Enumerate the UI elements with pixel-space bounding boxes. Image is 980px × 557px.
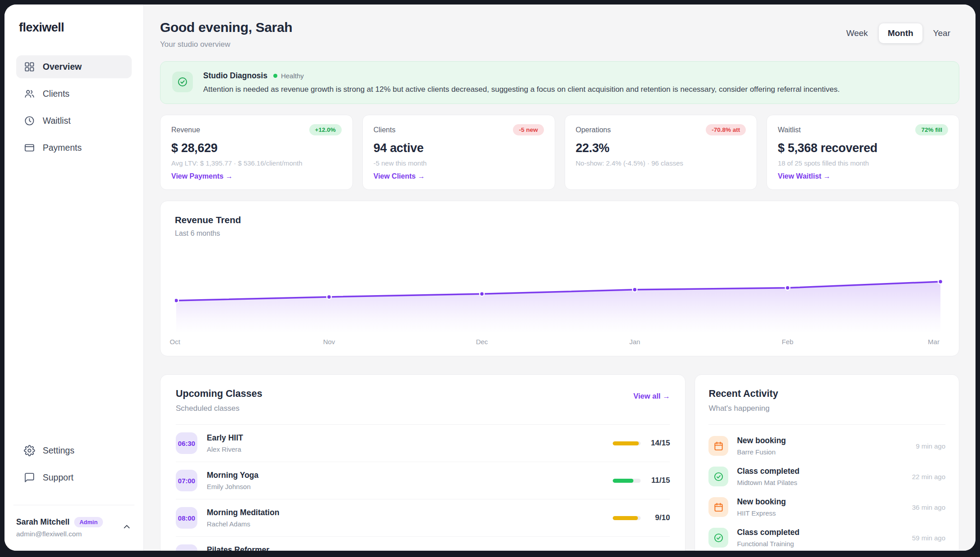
stat-card-header: Waitlist72% fill xyxy=(778,124,948,135)
page-title: Good evening, Sarah xyxy=(160,20,292,35)
class-row[interactable]: 08:00Morning MeditationRachel Adams9/10 xyxy=(176,499,670,537)
gear-icon xyxy=(24,445,35,456)
class-time-badge: 08:00 xyxy=(176,507,197,529)
stat-link[interactable]: View Payments → xyxy=(171,172,233,180)
upcoming-classes-card: Upcoming Classes Scheduled classes View … xyxy=(160,374,686,551)
sidebar-item-label: Overview xyxy=(43,62,82,72)
activity-time: 9 min ago xyxy=(909,442,945,450)
stat-label: Clients xyxy=(374,126,396,134)
sidebar-item-label: Settings xyxy=(43,445,74,456)
stat-link[interactable]: View Waitlist → xyxy=(778,172,830,180)
activity-content: New bookingHIIT Express xyxy=(737,497,786,517)
diagnosis-status: Healthy xyxy=(281,72,304,80)
sidebar-item-label: Clients xyxy=(43,89,70,99)
stat-value: $ 28,629 xyxy=(171,141,342,155)
sidebar-item-settings[interactable]: Settings xyxy=(16,439,132,462)
capacity-bar-fill xyxy=(613,479,633,483)
upcoming-classes-subtitle: Scheduled classes xyxy=(176,404,262,413)
class-info: Morning YogaEmily Johnson xyxy=(207,471,258,490)
stat-card-header: Operations-70.8% att xyxy=(576,124,746,135)
period-week[interactable]: Week xyxy=(837,23,877,43)
class-name: Morning Meditation xyxy=(207,508,279,517)
class-time-badge: 09:00 xyxy=(176,544,197,551)
class-capacity: 11/15 xyxy=(613,476,670,485)
stat-value: 94 active xyxy=(374,141,544,155)
activity-title: New booking xyxy=(737,436,786,445)
user-menu[interactable]: Sarah Mitchell Admin admin@flexiwell.com xyxy=(16,505,132,538)
activity-title: New booking xyxy=(737,497,786,507)
capacity-count: 9/10 xyxy=(647,513,670,522)
user-meta: Sarah Mitchell Admin admin@flexiwell.com xyxy=(16,517,103,538)
revenue-trend-svg xyxy=(175,250,944,333)
sidebar-item-label: Payments xyxy=(43,143,82,153)
chart-x-labels: OctNovDecJanFebMar xyxy=(175,335,944,348)
activity-item: New bookingBarre Fusion9 min ago xyxy=(708,431,945,461)
activity-content: Class completedFunctional Training xyxy=(737,528,799,548)
view-all-link[interactable]: View all → xyxy=(633,392,670,400)
sidebar-item-support[interactable]: Support xyxy=(16,466,132,489)
class-instructor: Emily Johnson xyxy=(207,483,258,490)
user-email: admin@flexiwell.com xyxy=(16,530,103,538)
chart-x-label: Dec xyxy=(476,338,488,346)
app-logo: flexiwell xyxy=(19,21,132,35)
stat-card-header: Clients-5 new xyxy=(374,124,544,135)
period-month[interactable]: Month xyxy=(879,23,922,43)
chart-title: Revenue Trend xyxy=(175,215,944,225)
diagnosis-title: Studio Diagnosis xyxy=(203,71,267,81)
sidebar-item-label: Waitlist xyxy=(43,116,71,126)
capacity-bar-fill xyxy=(613,516,638,520)
activity-detail: Barre Fusion xyxy=(737,448,786,456)
stat-subtext: -5 new this month xyxy=(374,159,544,167)
upcoming-classes-title: Upcoming Classes xyxy=(176,388,262,400)
stat-badge: +12.0% xyxy=(309,124,342,135)
stat-value: 22.3% xyxy=(576,141,746,155)
class-instructor: Alex Rivera xyxy=(207,445,243,453)
class-name: Early HIIT xyxy=(207,433,243,443)
stat-card-revenue: Revenue+12.0%$ 28,629Avg LTV: $ 1,395.77… xyxy=(160,115,353,190)
grid-icon xyxy=(24,61,35,72)
stat-link[interactable]: View Clients → xyxy=(374,172,425,180)
recent-activity-title: Recent Activity xyxy=(708,388,778,400)
class-row[interactable]: 07:00Morning YogaEmily Johnson11/15 xyxy=(176,462,670,499)
stat-subtext: No-show: 2.4% (-4.5%) · 96 classes xyxy=(576,159,746,167)
class-capacity: 14/15 xyxy=(613,439,670,448)
activity-item: Class completedFunctional Training59 min… xyxy=(708,522,945,551)
chat-icon xyxy=(24,472,35,483)
chart-x-label: Mar xyxy=(928,338,940,346)
chart-x-label: Nov xyxy=(323,338,335,346)
sidebar: flexiwell OverviewClientsWaitlistPayment… xyxy=(4,4,144,551)
stat-card-clients: Clients-5 new94 active-5 new this monthV… xyxy=(362,115,555,190)
sidebar-item-overview[interactable]: Overview xyxy=(16,55,132,78)
chevron-up-icon[interactable] xyxy=(122,522,132,534)
stat-badge: -70.8% att xyxy=(706,124,746,135)
activity-time: 22 min ago xyxy=(906,473,945,481)
capacity-count: 11/15 xyxy=(647,476,670,485)
stat-label: Operations xyxy=(576,126,611,134)
activity-title: Class completed xyxy=(737,528,799,537)
sidebar-item-payments[interactable]: Payments xyxy=(16,136,132,159)
activity-title: Class completed xyxy=(737,467,799,476)
capacity-bar-fill xyxy=(613,441,639,445)
class-row[interactable]: 06:30Early HIITAlex Rivera14/15 xyxy=(176,425,670,462)
chart-x-label: Feb xyxy=(782,338,793,346)
activity-item: Class completedMidtown Mat Pilates22 min… xyxy=(708,461,945,492)
activity-content: New bookingBarre Fusion xyxy=(737,436,786,456)
sidebar-item-waitlist[interactable]: Waitlist xyxy=(16,109,132,132)
capacity-bar xyxy=(613,441,641,445)
chart-x-label: Oct xyxy=(170,338,180,346)
stat-value: $ 5,368 recovered xyxy=(778,141,948,155)
period-year[interactable]: Year xyxy=(924,23,959,43)
stat-subtext: Avg LTV: $ 1,395.77 · $ 536.16/client/mo… xyxy=(171,159,342,167)
sidebar-item-label: Support xyxy=(43,472,73,483)
users-icon xyxy=(24,88,35,99)
class-info: Morning MeditationRachel Adams xyxy=(207,508,279,528)
class-row[interactable]: 09:00Pilates ReformerEmily Johnson7/8 xyxy=(176,537,670,551)
calendar-icon xyxy=(708,497,728,517)
class-capacity: 9/10 xyxy=(613,513,670,522)
card-icon xyxy=(24,142,35,153)
activity-content: Class completedMidtown Mat Pilates xyxy=(737,467,799,486)
sidebar-item-clients[interactable]: Clients xyxy=(16,82,132,105)
stat-label: Waitlist xyxy=(778,126,801,134)
sidebar-nav: OverviewClientsWaitlistPayments xyxy=(16,55,132,163)
stat-subtext: 18 of 25 spots filled this month xyxy=(778,159,948,167)
